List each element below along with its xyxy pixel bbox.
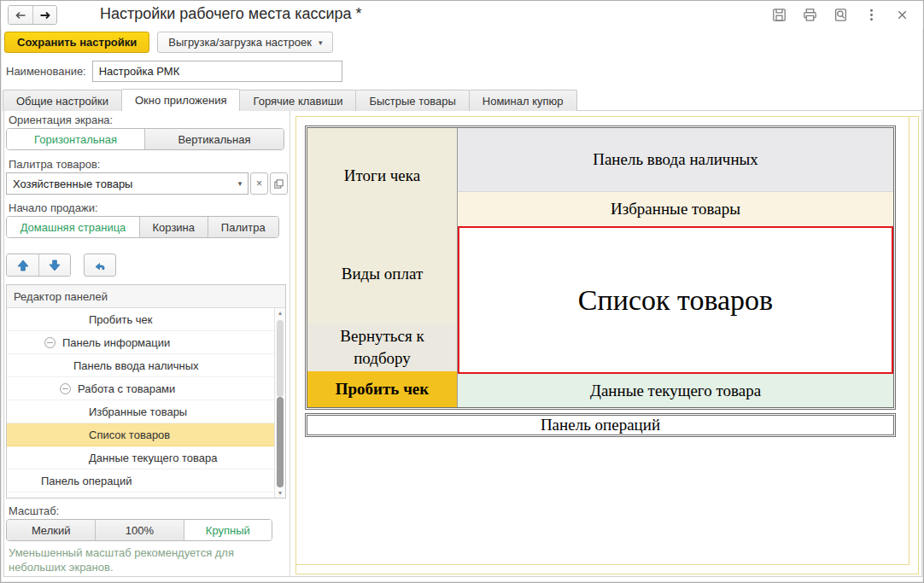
sale-start-home-option[interactable]: Домашняя страница bbox=[7, 217, 139, 237]
move-up-button[interactable] bbox=[7, 254, 38, 276]
scale-small-option[interactable]: Мелкий bbox=[7, 520, 95, 540]
arrow-right-icon bbox=[38, 9, 52, 22]
tree-row-selected[interactable]: Список товаров bbox=[7, 423, 274, 446]
toolbar: Сохранить настройки Выгрузка/загрузка на… bbox=[4, 32, 333, 53]
reset-layout-button[interactable] bbox=[84, 254, 116, 277]
panel-editor-header: Редактор панелей bbox=[7, 285, 285, 308]
tree-row-label: Пробить чек bbox=[89, 313, 153, 326]
history-nav bbox=[8, 5, 57, 25]
titlebar: Настройки рабочего места кассира * bbox=[1, 1, 923, 29]
preview-main-box: Итоги чека Виды оплат Вернуться к подбор… bbox=[305, 125, 896, 410]
open-icon[interactable] bbox=[270, 172, 288, 195]
tree-row-label: Панель информации bbox=[62, 336, 170, 349]
tab-general-settings[interactable]: Общие настройки bbox=[3, 90, 122, 111]
palette-field: ▾ bbox=[6, 172, 249, 195]
palette-input[interactable] bbox=[7, 178, 232, 190]
orientation-horizontal-option[interactable]: Горизонтальная bbox=[7, 129, 144, 149]
tree-row-label: Панель операций bbox=[41, 475, 132, 487]
sale-start-cart-option[interactable]: Корзина bbox=[139, 217, 208, 237]
tab-content: Ориентация экрана: Горизонтальная Вертик… bbox=[3, 110, 922, 577]
scroll-down-icon[interactable]: ▾ bbox=[275, 489, 285, 497]
sale-start-palette-option[interactable]: Палитра bbox=[208, 217, 278, 237]
chevron-down-icon: ▾ bbox=[319, 38, 323, 47]
tree-row-label: Список товаров bbox=[89, 429, 170, 441]
orientation-label: Ориентация экрана: bbox=[9, 114, 113, 126]
tree-row[interactable]: Панель информации bbox=[7, 331, 274, 354]
titlebar-actions bbox=[772, 8, 909, 22]
tree-row[interactable]: Панель операций bbox=[7, 469, 274, 493]
orientation-vertical-option[interactable]: Вертикальная bbox=[144, 129, 284, 149]
move-down-button[interactable] bbox=[38, 254, 70, 276]
print-icon[interactable] bbox=[803, 8, 817, 22]
preview-payment-types-panel: Виды оплат bbox=[307, 224, 457, 324]
tree-row-label: Избранные товары bbox=[89, 405, 187, 418]
scale-large-option[interactable]: Крупный bbox=[184, 520, 272, 540]
preview-left-column: Итоги чека Виды оплат Вернуться к подбор… bbox=[307, 128, 458, 407]
back-button[interactable] bbox=[9, 6, 32, 24]
settings-panel: Ориентация экрана: Горизонтальная Вертик… bbox=[4, 111, 289, 576]
preview-current-good-panel: Данные текущего товара bbox=[458, 374, 893, 407]
forward-button[interactable] bbox=[32, 6, 56, 24]
preview-right-column: Панель ввода наличных Избранные товары С… bbox=[458, 128, 893, 407]
cashier-settings-window: Настройки рабочего места кассира * Сохра… bbox=[0, 0, 924, 583]
tab-app-window[interactable]: Окно приложения bbox=[121, 89, 241, 111]
preview-punch-check-panel: Пробить чек bbox=[307, 371, 457, 407]
panel-editor-rows: Пробить чек Панель информации Панель вво… bbox=[7, 308, 274, 498]
collapse-icon[interactable] bbox=[60, 383, 71, 394]
page-title: Настройки рабочего места кассира * bbox=[100, 5, 362, 23]
tree-scrollbar[interactable]: ▴ ▾ bbox=[274, 308, 285, 498]
clear-icon[interactable]: × bbox=[250, 172, 268, 195]
dropdown-icon[interactable]: ▾ bbox=[232, 179, 248, 188]
scale-100-option[interactable]: 100% bbox=[95, 520, 183, 540]
sale-start-label: Начало продажи: bbox=[9, 201, 98, 214]
export-import-settings-button[interactable]: Выгрузка/загрузка настроек ▾ bbox=[157, 32, 333, 53]
scroll-thumb[interactable] bbox=[277, 397, 284, 487]
export-import-label: Выгрузка/загрузка настроек bbox=[168, 36, 312, 49]
sale-start-toggle: Домашняя страница Корзина Палитра bbox=[6, 216, 279, 238]
close-icon[interactable] bbox=[895, 8, 909, 22]
preview-operations-panel: Панель операций bbox=[305, 413, 896, 437]
preview-favorite-goods-panel: Избранные товары bbox=[458, 192, 893, 226]
return-arrow-icon bbox=[93, 258, 108, 272]
panel-splitter[interactable] bbox=[289, 111, 290, 576]
panel-editor-tree: Редактор панелей Пробить чек Панель инфо… bbox=[6, 284, 286, 498]
preview-goods-list-panel: Список товаров bbox=[458, 226, 893, 374]
orientation-toggle: Горизонтальная Вертикальная bbox=[6, 128, 284, 150]
tree-row-label: Работа с товарами bbox=[78, 382, 175, 395]
save-settings-button[interactable]: Сохранить настройки bbox=[4, 32, 149, 53]
scroll-up-icon[interactable]: ▴ bbox=[275, 309, 285, 317]
tree-row[interactable]: Работа с товарами bbox=[7, 377, 274, 400]
arrow-up-icon bbox=[16, 259, 30, 272]
tree-row[interactable]: Избранные товары bbox=[7, 400, 274, 423]
arrow-left-icon bbox=[14, 9, 27, 22]
more-icon[interactable] bbox=[864, 8, 879, 22]
palette-combo: ▾ × bbox=[6, 172, 288, 195]
palette-label: Палитра товаров: bbox=[9, 158, 100, 171]
tab-hotkeys[interactable]: Горячие клавиши bbox=[239, 90, 356, 111]
layout-preview: Итоги чека Виды оплат Вернуться к подбор… bbox=[295, 116, 919, 574]
scale-hint: Уменьшенный масштаб рекомендуется для не… bbox=[9, 545, 275, 574]
reorder-buttons bbox=[6, 254, 71, 277]
name-input[interactable] bbox=[92, 61, 342, 82]
name-label: Наименование: bbox=[6, 65, 86, 78]
tab-bar: Общие настройки Окно приложения Горячие … bbox=[3, 89, 577, 111]
tree-row-label: Данные текущего товара bbox=[89, 452, 218, 464]
collapse-icon[interactable] bbox=[44, 337, 56, 348]
save-icon[interactable] bbox=[772, 8, 787, 22]
tree-row[interactable]: Данные текущего товара bbox=[7, 446, 274, 469]
scale-toggle: Мелкий 100% Крупный bbox=[6, 519, 272, 541]
tree-row[interactable]: Панель ввода наличных bbox=[7, 354, 274, 377]
tree-row[interactable]: Пробить чек bbox=[7, 308, 274, 331]
preview-back-to-selection-panel: Вернуться к подбору bbox=[307, 324, 457, 371]
preview-check-totals-panel: Итоги чека bbox=[307, 128, 457, 224]
name-row: Наименование: bbox=[6, 61, 342, 82]
preview-cash-input-panel: Панель ввода наличных bbox=[458, 128, 893, 192]
preview-icon[interactable] bbox=[833, 8, 848, 22]
scroll-track[interactable] bbox=[277, 320, 284, 397]
tab-banknotes[interactable]: Номинал купюр bbox=[469, 90, 577, 111]
tree-row-label: Панель ввода наличных bbox=[73, 359, 199, 372]
arrow-down-icon bbox=[48, 259, 61, 272]
scale-label: Масштаб: bbox=[9, 504, 59, 517]
tab-quick-goods[interactable]: Быстрые товары bbox=[355, 90, 469, 111]
